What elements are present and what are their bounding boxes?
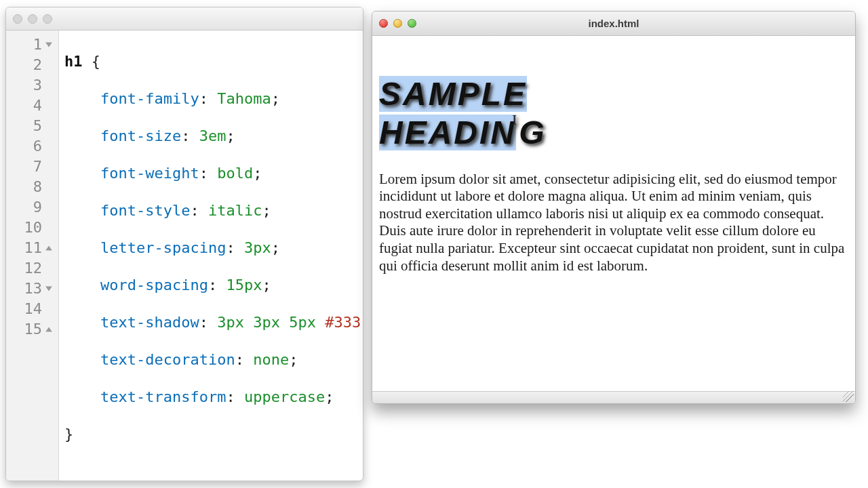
line-number: 10 bbox=[6, 218, 58, 238]
preview-body: Sample HeadinIg Lorem ipsum dolor sit am… bbox=[372, 36, 855, 403]
fold-down-icon[interactable] bbox=[45, 285, 53, 293]
line-number: 8 bbox=[6, 177, 58, 197]
svg-marker-3 bbox=[45, 327, 52, 331]
minimize-icon[interactable] bbox=[28, 14, 37, 24]
heading-line2-rest: g bbox=[519, 115, 546, 150]
close-icon[interactable] bbox=[13, 14, 22, 24]
rendered-page[interactable]: Sample HeadinIg Lorem ipsum dolor sit am… bbox=[372, 36, 855, 403]
line-number: 12 bbox=[6, 258, 58, 279]
editor-traffic-lights bbox=[13, 14, 52, 24]
line-number: 9 bbox=[6, 197, 58, 218]
heading-line1: Sample bbox=[379, 76, 527, 112]
line-number: 5 bbox=[6, 116, 58, 136]
close-icon[interactable] bbox=[379, 19, 388, 28]
line-number: 4 bbox=[6, 96, 58, 116]
fold-up-icon[interactable] bbox=[45, 325, 53, 333]
text-cursor-icon: I bbox=[512, 112, 519, 128]
zoom-icon[interactable] bbox=[43, 14, 52, 24]
svg-marker-1 bbox=[45, 245, 52, 250]
resize-grip-icon[interactable] bbox=[843, 391, 854, 402]
svg-marker-2 bbox=[45, 286, 52, 291]
editor-window: 1 2 3 4 5 6 7 8 9 10 11 12 13 14 15 h1 {… bbox=[5, 7, 363, 481]
heading-line2-selected: Headin bbox=[379, 115, 516, 150]
status-bar bbox=[372, 391, 855, 403]
line-number: 1 bbox=[6, 35, 58, 55]
line-number: 15 bbox=[6, 319, 58, 340]
svg-marker-0 bbox=[45, 42, 52, 47]
fold-down-icon[interactable] bbox=[45, 41, 53, 49]
line-number: 13 bbox=[6, 279, 58, 299]
line-number: 11 bbox=[6, 238, 58, 258]
preview-titlebar[interactable]: index.html bbox=[372, 12, 855, 36]
line-number-gutter: 1 2 3 4 5 6 7 8 9 10 11 12 13 14 15 bbox=[6, 30, 59, 481]
minimize-icon[interactable] bbox=[393, 19, 402, 28]
preview-window: index.html Sample HeadinIg Lorem ipsum d… bbox=[372, 11, 856, 404]
sample-heading[interactable]: Sample HeadinIg bbox=[379, 77, 847, 150]
window-title: index.html bbox=[372, 18, 855, 29]
line-number: 2 bbox=[6, 55, 58, 75]
line-number: 6 bbox=[6, 136, 58, 157]
line-number: 7 bbox=[6, 157, 58, 177]
body-paragraph[interactable]: Lorem ipsum dolor sit amet, consectetur … bbox=[379, 171, 847, 275]
editor-body: 1 2 3 4 5 6 7 8 9 10 11 12 13 14 15 h1 {… bbox=[6, 30, 363, 481]
line-number: 14 bbox=[6, 299, 58, 319]
line-number: 3 bbox=[6, 75, 58, 96]
editor-titlebar[interactable] bbox=[6, 7, 363, 30]
zoom-icon[interactable] bbox=[408, 19, 416, 28]
code-area[interactable]: h1 { font-family: Tahoma; font-size: 3em… bbox=[59, 30, 363, 481]
fold-up-icon[interactable] bbox=[45, 244, 53, 252]
